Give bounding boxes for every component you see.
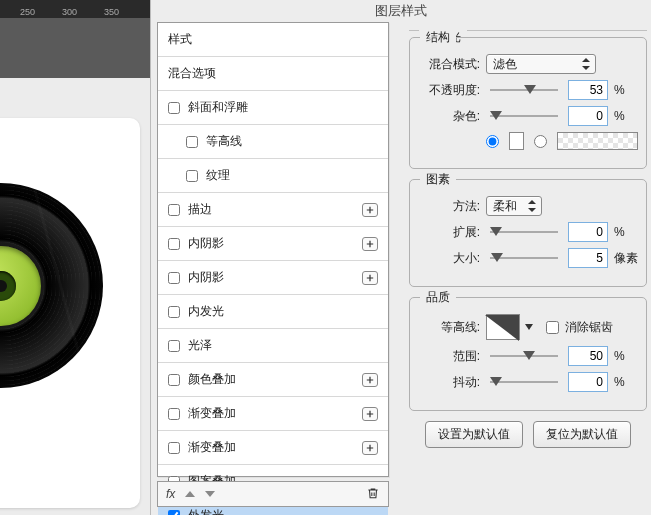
ruler-tick-250: 250 bbox=[20, 7, 35, 17]
checkbox-inner-glow[interactable] bbox=[168, 306, 180, 318]
set-default-button[interactable]: 设置为默认值 bbox=[425, 421, 523, 448]
color-swatch[interactable] bbox=[509, 132, 524, 150]
trash-icon[interactable] bbox=[366, 486, 380, 503]
add-gradient-overlay-2-button[interactable] bbox=[362, 441, 378, 455]
label-antialias: 消除锯齿 bbox=[565, 319, 613, 336]
move-up-icon[interactable] bbox=[185, 491, 195, 497]
row-bevel[interactable]: 斜面和浮雕 bbox=[158, 91, 388, 125]
slider-size[interactable] bbox=[490, 250, 558, 266]
add-inner-shadow-2-button[interactable] bbox=[362, 271, 378, 285]
checkbox-inner-shadow-2[interactable] bbox=[168, 272, 180, 284]
row-gradient-overlay-2[interactable]: 渐变叠加 bbox=[158, 431, 388, 465]
artwork-card bbox=[0, 118, 140, 508]
fieldset-elements-title: 图素 bbox=[420, 171, 456, 188]
label-contour-q: 等高线: bbox=[418, 319, 480, 336]
gradient-swatch[interactable] bbox=[557, 132, 638, 150]
radio-gradient[interactable] bbox=[534, 135, 547, 148]
label-noise: 杂色: bbox=[418, 108, 480, 125]
checkbox-color-overlay[interactable] bbox=[168, 374, 180, 386]
checkbox-stroke[interactable] bbox=[168, 204, 180, 216]
fx-bar: fx bbox=[157, 481, 389, 507]
row-color-overlay[interactable]: 颜色叠加 bbox=[158, 363, 388, 397]
settings-panel: 外发光 结构 混合模式: 滤色 不透明度: % 杂色: % bbox=[405, 22, 651, 515]
checkbox-antialias[interactable] bbox=[546, 321, 559, 334]
contour-picker[interactable] bbox=[486, 314, 520, 340]
input-range[interactable] bbox=[568, 346, 608, 366]
vinyl-hole bbox=[0, 271, 16, 301]
checkbox-outer-glow[interactable] bbox=[168, 510, 180, 516]
label-gradient-overlay-1: 渐变叠加 bbox=[188, 405, 236, 422]
add-inner-shadow-1-button[interactable] bbox=[362, 237, 378, 251]
checkbox-inner-shadow-1[interactable] bbox=[168, 238, 180, 250]
label-inner-shadow-2: 内阴影 bbox=[188, 269, 224, 286]
row-texture[interactable]: 纹理 bbox=[158, 159, 388, 193]
label-contour: 等高线 bbox=[206, 133, 242, 150]
reset-default-button[interactable]: 复位为默认值 bbox=[533, 421, 631, 448]
add-gradient-overlay-1-button[interactable] bbox=[362, 407, 378, 421]
label-inner-shadow-1: 内阴影 bbox=[188, 235, 224, 252]
row-gradient-overlay-1[interactable]: 渐变叠加 bbox=[158, 397, 388, 431]
ruler-tick-300: 300 bbox=[62, 7, 77, 17]
fieldset-quality-title: 品质 bbox=[420, 289, 456, 306]
checkbox-bevel[interactable] bbox=[168, 102, 180, 114]
checkbox-gradient-overlay-2[interactable] bbox=[168, 442, 180, 454]
row-inner-shadow-1[interactable]: 内阴影 bbox=[158, 227, 388, 261]
unit-noise: % bbox=[614, 109, 638, 123]
label-stroke: 描边 bbox=[188, 201, 212, 218]
unit-size: 像素 bbox=[614, 250, 638, 267]
label-technique: 方法: bbox=[418, 198, 480, 215]
label-bevel: 斜面和浮雕 bbox=[188, 99, 248, 116]
row-stroke[interactable]: 描边 bbox=[158, 193, 388, 227]
row-contour[interactable]: 等高线 bbox=[158, 125, 388, 159]
checkbox-satin[interactable] bbox=[168, 340, 180, 352]
add-color-overlay-button[interactable] bbox=[362, 373, 378, 387]
add-stroke-button[interactable] bbox=[362, 203, 378, 217]
radio-solid-color[interactable] bbox=[486, 135, 499, 148]
slider-range[interactable] bbox=[490, 348, 558, 364]
label-opacity: 不透明度: bbox=[418, 82, 480, 99]
slider-opacity[interactable] bbox=[490, 82, 558, 98]
fx-label[interactable]: fx bbox=[166, 487, 175, 501]
label-satin: 光泽 bbox=[188, 337, 212, 354]
input-size[interactable] bbox=[568, 248, 608, 268]
row-inner-glow[interactable]: 内发光 bbox=[158, 295, 388, 329]
fieldset-structure-title: 结构 bbox=[420, 29, 456, 46]
row-inner-shadow-2[interactable]: 内阴影 bbox=[158, 261, 388, 295]
input-spread[interactable] bbox=[568, 222, 608, 242]
select-blend-mode[interactable]: 滤色 bbox=[486, 54, 596, 74]
label-jitter: 抖动: bbox=[418, 374, 480, 391]
select-technique[interactable]: 柔和 bbox=[486, 196, 542, 216]
input-jitter[interactable] bbox=[568, 372, 608, 392]
select-technique-value: 柔和 bbox=[493, 198, 517, 215]
label-color-overlay: 颜色叠加 bbox=[188, 371, 236, 388]
label-size: 大小: bbox=[418, 250, 480, 267]
row-blend-options[interactable]: 混合选项 bbox=[158, 57, 388, 91]
vinyl-label bbox=[0, 246, 41, 326]
styles-panel: 样式 混合选项 斜面和浮雕 等高线 纹理 描边 内阴影 内阴影 内发光 光泽 颜… bbox=[157, 22, 389, 477]
label-inner-glow: 内发光 bbox=[188, 303, 224, 320]
input-noise[interactable] bbox=[568, 106, 608, 126]
fieldset-structure: 结构 混合模式: 滤色 不透明度: % 杂色: % bbox=[409, 37, 647, 169]
unit-jitter: % bbox=[614, 375, 638, 389]
checkbox-texture[interactable] bbox=[186, 170, 198, 182]
ruler: 250 300 350 bbox=[0, 0, 150, 18]
unit-range: % bbox=[614, 349, 638, 363]
select-blend-mode-value: 滤色 bbox=[493, 56, 517, 73]
layer-style-dialog: 图层样式 样式 混合选项 斜面和浮雕 等高线 纹理 描边 内阴影 内阴影 内发光… bbox=[150, 0, 651, 515]
slider-spread[interactable] bbox=[490, 224, 558, 240]
input-opacity[interactable] bbox=[568, 80, 608, 100]
fieldset-elements: 图素 方法: 柔和 扩展: % 大小: 像素 bbox=[409, 179, 647, 287]
slider-noise[interactable] bbox=[490, 108, 558, 124]
move-down-icon[interactable] bbox=[205, 491, 215, 497]
slider-jitter[interactable] bbox=[490, 374, 558, 390]
checkbox-gradient-overlay-1[interactable] bbox=[168, 408, 180, 420]
label-gradient-overlay-2: 渐变叠加 bbox=[188, 439, 236, 456]
unit-opacity: % bbox=[614, 83, 638, 97]
canvas-area bbox=[0, 18, 150, 515]
row-satin[interactable]: 光泽 bbox=[158, 329, 388, 363]
checkbox-contour[interactable] bbox=[186, 136, 198, 148]
label-spread: 扩展: bbox=[418, 224, 480, 241]
label-texture: 纹理 bbox=[206, 167, 230, 184]
styles-header[interactable]: 样式 bbox=[158, 23, 388, 57]
vinyl-record bbox=[0, 183, 103, 388]
